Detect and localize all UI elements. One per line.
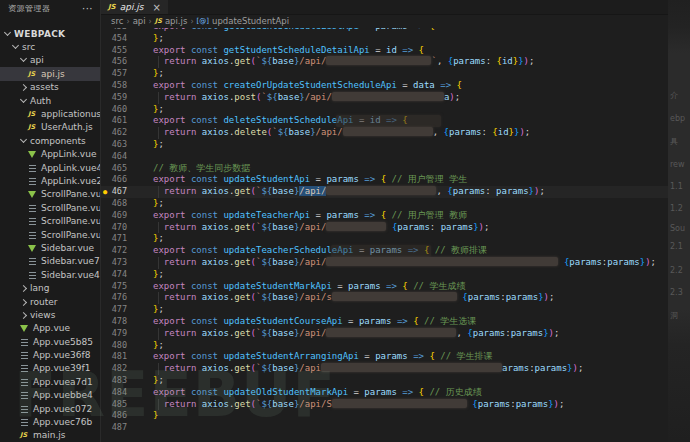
code-line-469[interactable]: 469export const updateTeacherApi = param… — [101, 210, 668, 222]
tree-item-sidebar-vue7ef4[interactable]: Sidebar.vue7ef4 — [0, 255, 100, 268]
tree-item-components[interactable]: components — [0, 134, 100, 147]
line-number[interactable]: 468 — [101, 198, 127, 210]
code-line-464[interactable]: 464 — [101, 151, 668, 163]
close-icon[interactable]: × — [152, 2, 160, 13]
code-line-472[interactable]: 472export const updateTeacherScheduleApi… — [101, 245, 668, 257]
line-number[interactable]: 471 — [101, 233, 127, 245]
line-number[interactable]: 474 — [101, 269, 127, 281]
breadcrumb-item-api[interactable]: api — [133, 16, 146, 26]
code-line-476[interactable]: 476 return axios.get(`${base}/api/s {par… — [101, 292, 668, 304]
line-number[interactable]: 479 — [101, 328, 127, 340]
tree-item-applink-vue400c[interactable]: AppLink.vue400c — [0, 161, 100, 174]
code-line-474[interactable]: 474}; — [101, 269, 668, 281]
line-number[interactable]: 465 — [101, 163, 127, 175]
more-actions-icon[interactable]: ··· — [82, 3, 93, 14]
tree-item-main-js[interactable]: main.js — [0, 429, 100, 442]
tree-item-app-vuec072[interactable]: App.vuec072 — [0, 402, 100, 415]
tree-item-views[interactable]: views — [0, 308, 100, 321]
code-line-461[interactable]: 461export const deleteStudentScheduleApi… — [101, 115, 668, 127]
tree-item-src[interactable]: src — [0, 40, 100, 53]
tab-api-js[interactable]: JS api.js × — [101, 0, 168, 14]
tree-item-app-vue36f8[interactable]: App.vue36f8 — [0, 348, 100, 361]
tree-item-api-js[interactable]: api.js — [0, 67, 100, 80]
breadcrumb-item-src[interactable]: src — [111, 16, 123, 26]
line-number[interactable]: 470 — [101, 222, 127, 234]
code-line-456[interactable]: 456 return axios.get(`${base}/api/`, {pa… — [101, 56, 668, 68]
breadcrumb-item-api.js[interactable]: api.js — [165, 16, 187, 26]
code-line-459[interactable]: 459 return axios.post(`${base}/api/a); — [101, 92, 668, 104]
code-line-471[interactable]: 471}; — [101, 233, 668, 245]
line-number[interactable]: 483 — [101, 375, 127, 387]
code-line-475[interactable]: 475export const updateStudentMarkApi = p… — [101, 281, 668, 293]
code-line-478[interactable]: 478export const updateStudentCourseApi =… — [101, 316, 668, 328]
line-number[interactable]: 482 — [101, 363, 127, 375]
line-number[interactable]: 461 — [101, 115, 127, 127]
tree-item-sidebar-vue[interactable]: Sidebar.vue — [0, 241, 100, 254]
line-number[interactable]: 472 — [101, 245, 127, 257]
line-number[interactable]: 476 — [101, 292, 127, 304]
tree-item-userauth-js[interactable]: UserAuth.js — [0, 121, 100, 134]
tree-item-sidebar-vue4610[interactable]: Sidebar.vue4610 — [0, 268, 100, 281]
line-number[interactable]: 467 — [101, 186, 127, 198]
code-line-470[interactable]: 470 return axios.get(`${base}/api/ {para… — [101, 222, 668, 234]
code-editor[interactable]: 453export const getStudentScheduleListAp… — [101, 28, 668, 442]
line-number[interactable]: 460 — [101, 104, 127, 116]
code-line-485[interactable]: 485 return axios.get(`${base}/api/S {par… — [101, 399, 668, 411]
line-number[interactable]: 462 — [101, 127, 127, 139]
line-number[interactable]: 485 — [101, 399, 127, 411]
line-number[interactable]: 454 — [101, 33, 127, 45]
tree-item-app-vuec76b[interactable]: App.vuec76b — [0, 415, 100, 428]
code-line-467[interactable]: ●467 return axios.get(`${base}/api/, {pa… — [101, 186, 668, 198]
line-number[interactable]: 481 — [101, 351, 127, 363]
line-number[interactable]: 463 — [101, 139, 127, 151]
line-number[interactable]: 486 — [101, 410, 127, 422]
code-line-477[interactable]: 477}; — [101, 304, 668, 316]
tree-item-api[interactable]: api — [0, 54, 100, 67]
tree-item-webpack[interactable]: WEBPACK — [0, 27, 100, 40]
code-line-460[interactable]: 460}; — [101, 104, 668, 116]
tree-item-app-vuea7d1[interactable]: App.vuea7d1 — [0, 375, 100, 388]
code-line-479[interactable]: 479 return axios.get(`${base}/api/, {par… — [101, 328, 668, 340]
code-line-462[interactable]: 462 return axios.delete(`${base}/api/, {… — [101, 127, 668, 139]
line-number[interactable]: 464 — [101, 151, 127, 163]
tree-item-scrollpane-vueef47[interactable]: ScrollPane.vueef47 — [0, 228, 100, 241]
tree-item-lang[interactable]: lang — [0, 281, 100, 294]
tree-item-scrollpane-vue7bba[interactable]: ScrollPane.vue7bba — [0, 201, 100, 214]
code-line-480[interactable]: 480}; — [101, 340, 668, 352]
line-number[interactable]: 456 — [101, 56, 127, 68]
line-number[interactable]: 487 — [101, 422, 127, 434]
tree-item-app-vue39f1[interactable]: App.vue39f1 — [0, 362, 100, 375]
line-number[interactable]: 469 — [101, 210, 127, 222]
line-number[interactable]: 459 — [101, 92, 127, 104]
code-line-486[interactable]: 486} — [101, 410, 668, 422]
code-line-457[interactable]: 457}; — [101, 68, 668, 80]
code-line-455[interactable]: 455export const getStudentScheduleDetail… — [101, 45, 668, 57]
line-number[interactable]: 457 — [101, 68, 127, 80]
tree-item-scrollpane-vue6036[interactable]: ScrollPane.vue6036 — [0, 214, 100, 227]
code-line-482[interactable]: 482 return axios.get(`${base}/apiarams:p… — [101, 363, 668, 375]
code-line-481[interactable]: 481export const updateStudentArrangingAp… — [101, 351, 668, 363]
line-number[interactable]: 455 — [101, 45, 127, 57]
tree-item-applink-vue2923[interactable]: AppLink.vue2923 — [0, 174, 100, 187]
line-number[interactable]: 477 — [101, 304, 127, 316]
tree-item-assets[interactable]: assets — [0, 81, 100, 94]
code-line-463[interactable]: 463}; — [101, 139, 668, 151]
tree-item-auth[interactable]: Auth — [0, 94, 100, 107]
code-line-483[interactable]: 483}; — [101, 375, 668, 387]
tree-item-app-vue[interactable]: App.vue — [0, 322, 100, 335]
code-line-484[interactable]: 484export const updateOldStudentMarkApi … — [101, 387, 668, 399]
breadcrumb-item-updatestudentapi[interactable]: updateStudentApi — [212, 16, 289, 26]
line-number[interactable]: 475 — [101, 281, 127, 293]
tree-item-applink-vue[interactable]: AppLink.vue — [0, 148, 100, 161]
code-line-473[interactable]: 473 return axios.get(`${base}/api/ {para… — [101, 257, 668, 269]
tree-item-app-vue5b85[interactable]: App.vue5b85 — [0, 335, 100, 348]
code-line-465[interactable]: 465// 教师、学生同步数据 — [101, 163, 668, 175]
tree-item-app-vuebbe4[interactable]: App.vuebbe4 — [0, 389, 100, 402]
code-line-487[interactable]: 487 — [101, 422, 668, 434]
line-number[interactable]: 484 — [101, 387, 127, 399]
line-number[interactable]: 466 — [101, 174, 127, 186]
code-line-466[interactable]: 466export const updateStudentApi = param… — [101, 174, 668, 186]
line-number[interactable]: 478 — [101, 316, 127, 328]
code-line-468[interactable]: 468}; — [101, 198, 668, 210]
line-number[interactable]: 473 — [101, 257, 127, 269]
